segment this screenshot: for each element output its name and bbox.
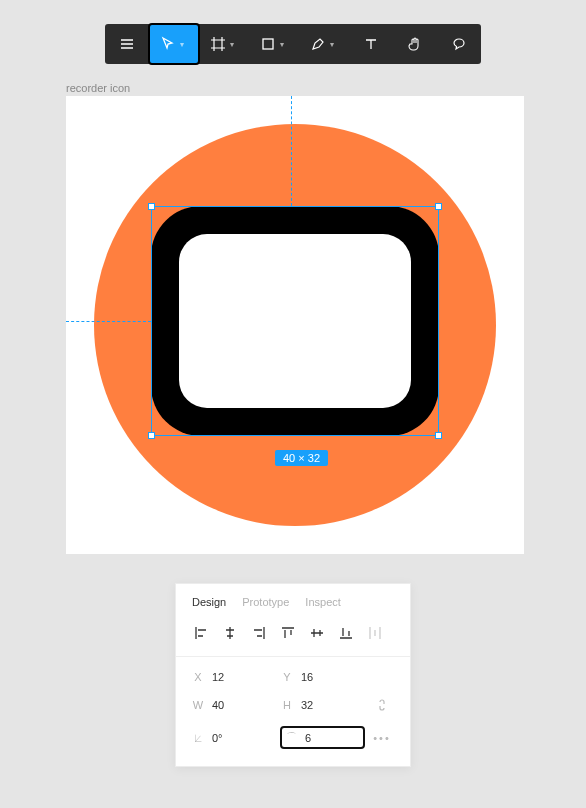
transform-section: X 12 Y 16 W 40 H 32 ⟀ 0° ⌒ 6 •••	[176, 657, 410, 766]
menu-button[interactable]	[105, 24, 149, 64]
inspector-panel: Design Prototype Inspect X 12 Y 16 W 40 …	[175, 583, 411, 767]
more-options-button[interactable]: •••	[370, 732, 394, 744]
comment-tool[interactable]	[437, 24, 481, 64]
align-top-button[interactable]	[275, 622, 301, 644]
selection-dimensions-badge: 40 × 32	[275, 450, 328, 466]
chevron-down-icon: ▾	[330, 40, 334, 49]
width-field[interactable]: W 40	[192, 699, 275, 711]
alignment-controls	[176, 618, 410, 657]
rotation-icon: ⟀	[192, 732, 204, 744]
comment-icon	[451, 36, 467, 52]
x-field[interactable]: X 12	[192, 671, 275, 683]
resize-handle-tl[interactable]	[148, 203, 155, 210]
pen-tool[interactable]: ▾	[299, 24, 349, 64]
rotation-field[interactable]: ⟀ 0°	[192, 732, 275, 744]
distribute-button[interactable]	[362, 622, 388, 644]
width-label: W	[192, 699, 204, 711]
selection-bounding-box[interactable]	[151, 206, 439, 436]
move-tool[interactable]: ▾	[149, 24, 199, 64]
tab-prototype[interactable]: Prototype	[242, 596, 289, 608]
link-icon	[376, 697, 388, 713]
x-label: X	[192, 671, 204, 683]
text-icon	[363, 36, 379, 52]
frame-tool[interactable]: ▾	[199, 24, 249, 64]
tab-inspect[interactable]: Inspect	[305, 596, 340, 608]
frame-label[interactable]: recorder icon	[66, 82, 130, 94]
shape-tool[interactable]: ▾	[249, 24, 299, 64]
align-right-button[interactable]	[246, 622, 272, 644]
pen-icon	[310, 36, 326, 52]
vertical-guide	[291, 96, 292, 206]
hamburger-icon	[119, 36, 135, 52]
height-label: H	[281, 699, 293, 711]
svg-rect-0	[263, 39, 273, 49]
align-hcenter-button[interactable]	[217, 622, 243, 644]
corner-radius-field[interactable]: ⌒ 6	[281, 727, 364, 748]
y-value[interactable]: 16	[301, 671, 313, 683]
chevron-down-icon: ▾	[180, 40, 184, 49]
constrain-proportions-button[interactable]	[370, 697, 394, 713]
rotation-value[interactable]: 0°	[212, 732, 223, 744]
height-field[interactable]: H 32	[281, 699, 364, 711]
toolbar: ▾ ▾ ▾ ▾	[105, 24, 481, 64]
y-label: Y	[281, 671, 293, 683]
width-value[interactable]: 40	[212, 699, 224, 711]
align-bottom-button[interactable]	[333, 622, 359, 644]
rectangle-icon	[260, 36, 276, 52]
hand-icon	[407, 36, 423, 52]
resize-handle-br[interactable]	[435, 432, 442, 439]
panel-tabs: Design Prototype Inspect	[176, 584, 410, 618]
chevron-down-icon: ▾	[280, 40, 284, 49]
tab-design[interactable]: Design	[192, 596, 226, 608]
align-vcenter-button[interactable]	[304, 622, 330, 644]
height-value[interactable]: 32	[301, 699, 313, 711]
frame-icon	[210, 36, 226, 52]
x-value[interactable]: 12	[212, 671, 224, 683]
radius-value[interactable]: 6	[305, 732, 311, 744]
ellipsis-icon: •••	[373, 732, 391, 744]
radius-icon: ⌒	[285, 730, 297, 745]
chevron-down-icon: ▾	[230, 40, 234, 49]
cursor-icon	[160, 36, 176, 52]
y-field[interactable]: Y 16	[281, 671, 364, 683]
text-tool[interactable]	[349, 24, 393, 64]
hand-tool[interactable]	[393, 24, 437, 64]
horizontal-guide	[66, 321, 151, 322]
align-left-button[interactable]	[188, 622, 214, 644]
resize-handle-bl[interactable]	[148, 432, 155, 439]
resize-handle-tr[interactable]	[435, 203, 442, 210]
